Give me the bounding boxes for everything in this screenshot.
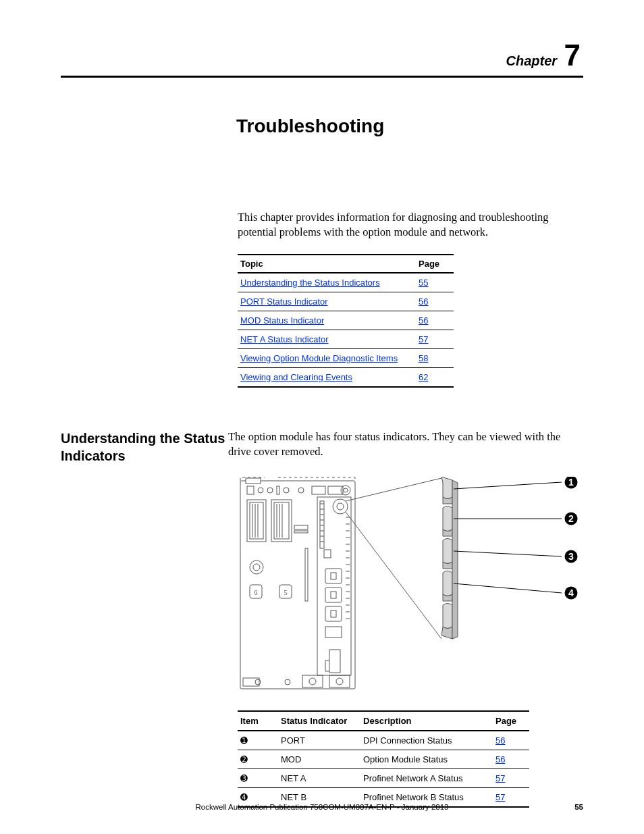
status-item: ➋ [238, 750, 278, 768]
status-description: Option Module Status [360, 750, 493, 768]
page-link[interactable]: 57 [419, 334, 428, 344]
topic-row: Viewing and Clearing Events 62 [238, 367, 454, 387]
svg-rect-44 [325, 569, 342, 583]
page-link[interactable]: 56 [495, 754, 505, 764]
status-description: DPI Connection Status [360, 731, 493, 750]
svg-point-10 [341, 486, 350, 495]
topic-row: Viewing Option Module Diagnostic Items 5… [238, 348, 454, 367]
status-item: ➌ [238, 768, 278, 787]
svg-point-4 [267, 488, 273, 493]
page-link[interactable]: 56 [419, 315, 428, 325]
topic-row: NET A Status Indicator 57 [238, 330, 454, 348]
status-indicator-diagram: 6 5 [238, 477, 583, 696]
status-row: ➊ PORT DPI Connection Status 56 [238, 731, 529, 750]
footer-page-number: 55 [563, 803, 583, 811]
status-header-item: Item [238, 711, 278, 731]
svg-line-80 [454, 583, 562, 593]
section-heading-understanding: Understanding the Status Indicators [61, 429, 228, 465]
svg-point-24 [337, 503, 344, 510]
status-indicator-name: NET A [278, 768, 360, 787]
chapter-header: Chapter 7 [61, 41, 583, 70]
status-row: ➌ NET A Profinet Network A Status 57 [238, 768, 529, 787]
svg-rect-33 [305, 548, 308, 601]
svg-point-72 [309, 678, 316, 685]
page-link[interactable]: 57 [495, 773, 505, 783]
status-row: ➋ MOD Option Module Status 56 [238, 750, 529, 768]
svg-rect-2 [247, 486, 254, 494]
topic-link[interactable]: Viewing and Clearing Events [240, 372, 352, 382]
svg-point-70 [285, 679, 290, 685]
svg-point-11 [344, 488, 348, 492]
svg-rect-67 [329, 650, 340, 673]
svg-rect-49 [331, 610, 336, 617]
status-description: Profinet Network A Status [360, 768, 493, 787]
topic-link[interactable]: NET A Status Indicator [240, 334, 329, 344]
callout-2: 2 [568, 513, 574, 523]
svg-rect-46 [325, 588, 342, 602]
page-link[interactable]: 56 [495, 735, 505, 746]
svg-rect-26 [294, 531, 308, 533]
topic-link[interactable]: PORT Status Indicator [240, 296, 328, 307]
page-link[interactable]: 57 [495, 792, 505, 802]
svg-rect-5 [277, 486, 279, 494]
chapter-number: 7 [564, 41, 581, 70]
svg-rect-8 [312, 486, 325, 494]
svg-rect-45 [331, 573, 336, 579]
topic-link[interactable]: MOD Status Indicator [240, 315, 324, 325]
svg-point-23 [333, 499, 348, 514]
svg-rect-48 [325, 606, 342, 621]
svg-point-6 [284, 488, 289, 493]
page-link[interactable]: 62 [419, 372, 428, 382]
topic-table: Topic Page Understanding the Status Indi… [238, 254, 454, 388]
topic-row: PORT Status Indicator 56 [238, 292, 454, 311]
svg-point-74 [336, 678, 343, 685]
svg-line-76 [346, 512, 441, 639]
status-header-si: Status Indicator [278, 711, 360, 731]
page-link[interactable]: 56 [419, 296, 428, 307]
callout-3: 3 [568, 550, 574, 561]
svg-rect-25 [294, 525, 308, 529]
footer-publication: Rockwell Automation Publication 750COM-U… [81, 803, 563, 811]
page-link[interactable]: 55 [419, 278, 428, 288]
svg-rect-14 [250, 502, 263, 539]
status-header-desc: Description [360, 711, 493, 731]
svg-rect-18 [274, 502, 289, 539]
svg-text:6: 6 [254, 589, 258, 596]
svg-text:5: 5 [284, 589, 288, 596]
svg-line-79 [454, 551, 562, 556]
svg-line-75 [346, 478, 441, 501]
chapter-label: Chapter [506, 53, 557, 69]
status-indicator-name: PORT [278, 731, 360, 750]
footer: Rockwell Automation Publication 750COM-U… [61, 803, 583, 811]
topic-link[interactable]: Viewing Option Module Diagnostic Items [240, 353, 398, 363]
divider-top [61, 76, 583, 78]
svg-rect-71 [302, 675, 323, 687]
status-indicator-table: Item Status Indicator Description Page ➊… [238, 710, 529, 808]
svg-rect-73 [329, 675, 350, 687]
callout-4: 4 [568, 587, 574, 598]
status-indicator-name: MOD [278, 750, 360, 768]
section-body-understanding: The option module has four status indica… [228, 429, 583, 460]
svg-rect-47 [331, 592, 336, 598]
svg-line-77 [454, 482, 562, 489]
intro-paragraph: This chapter provides information for di… [238, 210, 583, 240]
page-link[interactable]: 58 [419, 353, 428, 363]
svg-point-3 [258, 488, 263, 493]
topic-link[interactable]: Understanding the Status Indicators [240, 278, 380, 288]
topic-header-page: Page [416, 255, 454, 273]
svg-rect-1 [246, 478, 261, 484]
svg-point-27 [250, 561, 263, 574]
topic-row: Understanding the Status Indicators 55 [238, 273, 454, 292]
page-title: Troubleshooting [236, 115, 583, 137]
callout-1: 1 [568, 477, 574, 488]
status-item: ➊ [238, 731, 278, 750]
status-header-page: Page [493, 711, 529, 731]
svg-point-69 [255, 679, 261, 685]
svg-point-7 [298, 488, 304, 493]
svg-point-28 [253, 564, 260, 571]
topic-row: MOD Status Indicator 56 [238, 311, 454, 330]
topic-header-topic: Topic [238, 255, 416, 273]
svg-rect-50 [325, 627, 342, 637]
svg-rect-43 [324, 550, 331, 558]
